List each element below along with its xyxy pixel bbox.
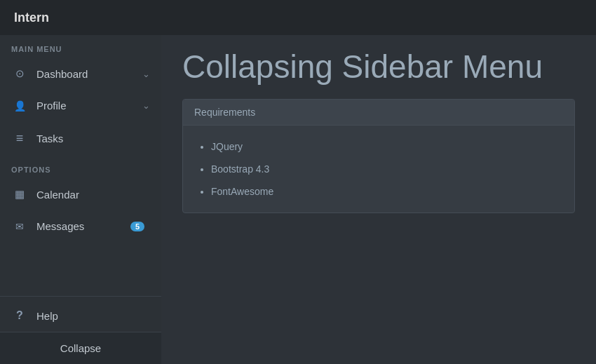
requirements-list: JQuery Bootstrap 4.3 FontAwesome	[204, 135, 563, 203]
sidebar-item-label: Messages	[36, 220, 130, 232]
requirements-box: Requirements JQuery Bootstrap 4.3 FontAw…	[182, 99, 575, 213]
calendar-icon	[11, 188, 28, 201]
dashboard-icon	[11, 67, 28, 80]
sidebar-item-help[interactable]: Help	[0, 299, 161, 332]
sidebar-item-label: Help	[36, 310, 150, 322]
sidebar-item-label: Profile	[36, 100, 142, 112]
sidebar-item-label: Dashboard	[36, 68, 142, 80]
main-menu-label: MAIN MENU	[0, 35, 161, 58]
help-icon	[11, 309, 28, 322]
collapse-button[interactable]: Collapse	[0, 332, 161, 364]
app-title: Intern	[14, 11, 49, 25]
chevron-down-icon: ⌄	[142, 69, 150, 79]
collapse-label: Collapse	[60, 342, 101, 354]
sidebar-item-dashboard[interactable]: Dashboard ⌄	[0, 58, 161, 90]
messages-icon	[11, 221, 28, 232]
sidebar-divider	[0, 296, 161, 297]
chevron-down-icon: ⌄	[142, 100, 150, 111]
sidebar-item-profile[interactable]: Profile ⌄	[0, 90, 161, 121]
list-item: FontAwesome	[211, 180, 563, 203]
profile-icon	[11, 100, 28, 112]
sidebar-item-label: Calendar	[36, 189, 150, 201]
topbar: Intern	[0, 0, 596, 35]
content-area: Collapsing Sidebar Menu Requirements JQu…	[161, 35, 596, 364]
list-item: JQuery	[211, 135, 563, 158]
options-label: OPTIONS	[0, 156, 161, 178]
tasks-icon	[11, 131, 28, 146]
sidebar-spacer	[0, 242, 161, 293]
sidebar-item-label: Tasks	[36, 133, 150, 144]
main-layout: MAIN MENU Dashboard ⌄ Profile ⌄ Tasks OP…	[0, 35, 596, 364]
page-title: Collapsing Sidebar Menu	[182, 49, 575, 85]
requirements-header: Requirements	[183, 100, 574, 126]
sidebar-item-messages[interactable]: Messages 5	[0, 210, 161, 242]
sidebar: MAIN MENU Dashboard ⌄ Profile ⌄ Tasks OP…	[0, 35, 161, 364]
messages-badge: 5	[130, 222, 144, 231]
sidebar-item-calendar[interactable]: Calendar	[0, 178, 161, 210]
sidebar-bottom: Collapse	[0, 332, 161, 364]
list-item: Bootstrap 4.3	[211, 158, 563, 180]
sidebar-item-tasks[interactable]: Tasks	[0, 121, 161, 156]
requirements-body: JQuery Bootstrap 4.3 FontAwesome	[183, 126, 574, 213]
